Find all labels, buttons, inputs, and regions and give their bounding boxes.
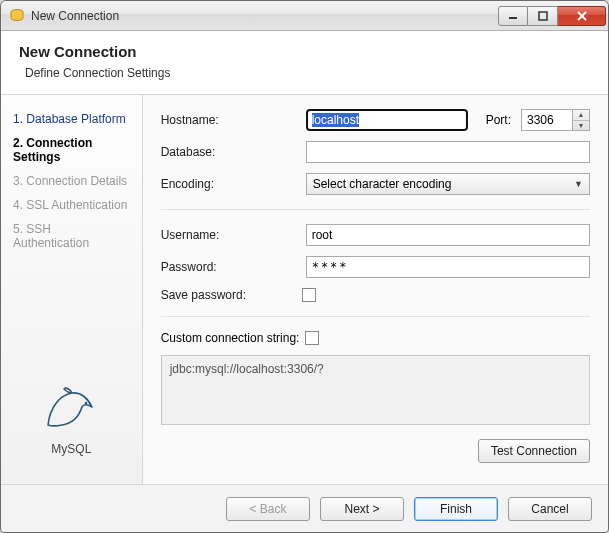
custom-connection-string-checkbox[interactable]	[305, 331, 319, 345]
svg-rect-2	[539, 12, 547, 20]
maximize-button[interactable]	[528, 6, 558, 26]
port-spinner[interactable]: ▲ ▼	[573, 109, 590, 131]
back-button: < Back	[226, 497, 310, 521]
custom-connection-string-label: Custom connection string:	[161, 331, 300, 345]
spinner-down-icon[interactable]: ▼	[573, 121, 589, 131]
titlebar: New Connection	[1, 1, 608, 31]
password-input[interactable]	[306, 256, 590, 278]
step-ssl-authentication: 4. SSL Authentication	[11, 193, 132, 217]
encoding-value: Select character encoding	[313, 177, 452, 191]
spinner-up-icon[interactable]: ▲	[573, 110, 589, 121]
step-connection-details: 3. Connection Details	[11, 169, 132, 193]
encoding-select[interactable]: Select character encoding ▼	[306, 173, 590, 195]
finish-button[interactable]: Finish	[414, 497, 498, 521]
port-input[interactable]	[521, 109, 573, 131]
close-button[interactable]	[558, 6, 606, 26]
save-password-checkbox[interactable]	[302, 288, 316, 302]
page-title: New Connection	[19, 43, 590, 60]
step-connection-settings[interactable]: 2. Connection Settings	[11, 131, 132, 169]
form-area: Hostname: Port: ▲ ▼ Database: Encoding:	[143, 95, 608, 484]
hostname-input[interactable]	[306, 109, 468, 131]
test-connection-button[interactable]: Test Connection	[478, 439, 590, 463]
window-title: New Connection	[31, 9, 498, 23]
username-label: Username:	[161, 228, 296, 242]
app-icon	[9, 8, 25, 24]
minimize-button[interactable]	[498, 6, 528, 26]
chevron-down-icon: ▼	[574, 179, 583, 189]
dialog-window: New Connection New Connection Define Con…	[0, 0, 609, 533]
database-input[interactable]	[306, 141, 590, 163]
header: New Connection Define Connection Setting…	[1, 31, 608, 95]
step-ssh-authentication: 5. SSH Authentication	[11, 217, 132, 255]
step-database-platform[interactable]: 1. Database Platform	[11, 107, 132, 131]
password-label: Password:	[161, 260, 296, 274]
save-password-label: Save password:	[161, 288, 296, 302]
footer: < Back Next > Finish Cancel	[1, 484, 608, 532]
username-input[interactable]	[306, 224, 590, 246]
database-label: Database:	[161, 145, 296, 159]
platform-label: MySQL	[51, 442, 91, 456]
mysql-dolphin-icon	[42, 383, 100, 434]
wizard-sidebar: 1. Database Platform 2. Connection Setti…	[1, 95, 143, 484]
svg-point-5	[85, 402, 88, 405]
connection-string-display: jdbc:mysql://localhost:3306/?	[161, 355, 590, 425]
page-subtitle: Define Connection Settings	[19, 66, 590, 80]
encoding-label: Encoding:	[161, 177, 296, 191]
hostname-label: Hostname:	[161, 113, 296, 127]
cancel-button[interactable]: Cancel	[508, 497, 592, 521]
port-label: Port:	[486, 113, 511, 127]
next-button[interactable]: Next >	[320, 497, 404, 521]
